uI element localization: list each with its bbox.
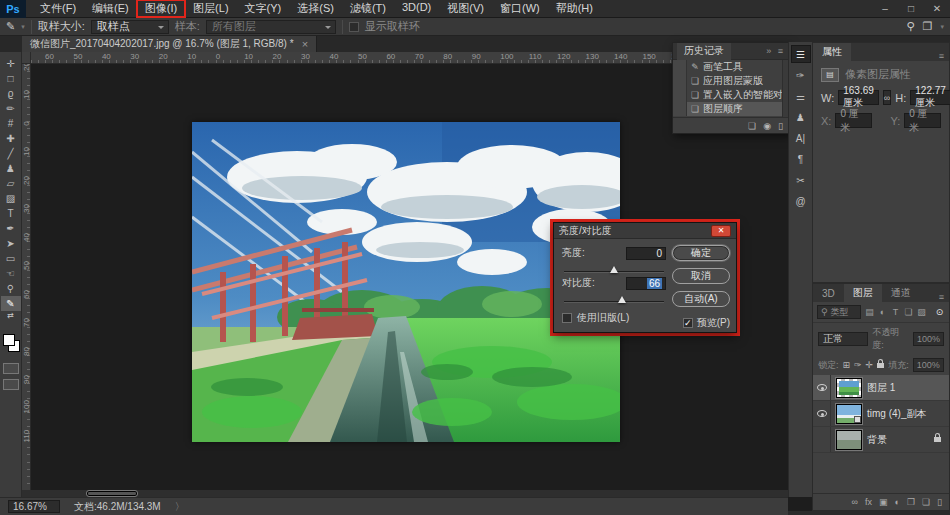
layer-thumbnail[interactable] bbox=[836, 430, 862, 450]
filter-kind-dropdown[interactable]: ⚲ 类型 bbox=[817, 305, 861, 319]
brightness-field[interactable]: 0 bbox=[626, 247, 666, 260]
history-state[interactable]: ❏置入嵌入的智能对象 bbox=[673, 88, 789, 102]
menu-item-E[interactable]: 编辑(E) bbox=[84, 0, 137, 17]
ok-button[interactable]: 确定 bbox=[672, 245, 730, 261]
delete-state-icon[interactable]: ▯ bbox=[778, 121, 783, 131]
marquee-tool[interactable]: □ bbox=[1, 71, 21, 86]
filter-shape-icon[interactable]: ❏ bbox=[903, 307, 914, 317]
collapse-panel-icon[interactable]: » bbox=[766, 46, 773, 56]
adjustments-panel-icon[interactable]: ⚌ bbox=[791, 87, 811, 105]
filter-adjustment-icon[interactable]: ◐ bbox=[877, 307, 888, 317]
filter-image-icon[interactable]: ▤ bbox=[864, 307, 875, 317]
visibility-toggle[interactable] bbox=[813, 401, 831, 426]
libraries-panel-icon[interactable]: @ bbox=[791, 192, 811, 210]
auto-button[interactable]: 自动(A) bbox=[672, 291, 730, 307]
delete-layer-icon[interactable]: ▯ bbox=[937, 497, 942, 507]
lock-position-icon[interactable]: ✛ bbox=[866, 360, 874, 370]
move-tool[interactable]: ✛ bbox=[1, 56, 21, 71]
menu-item-Y[interactable]: 文字(Y) bbox=[237, 0, 290, 17]
pen-tool[interactable]: ✒ bbox=[1, 221, 21, 236]
brush-tool[interactable]: ╱ bbox=[1, 146, 21, 161]
filter-toggle-icon[interactable]: ⊙ bbox=[934, 307, 945, 317]
quick-mask-button[interactable] bbox=[3, 363, 19, 374]
swap-colors-icon[interactable]: ⇄ bbox=[7, 311, 14, 320]
menu-item-T[interactable]: 滤镜(T) bbox=[342, 0, 394, 17]
filter-smart-object-icon[interactable]: ▨ bbox=[916, 307, 927, 317]
close-button[interactable]: ✕ bbox=[924, 0, 950, 17]
menu-item-H[interactable]: 帮助(H) bbox=[548, 0, 601, 17]
brightness-slider[interactable] bbox=[564, 262, 664, 272]
lock-all-icon[interactable] bbox=[877, 363, 884, 368]
hand-tool[interactable]: ☜ bbox=[1, 266, 21, 281]
visibility-toggle[interactable] bbox=[813, 427, 831, 452]
crop-tool[interactable]: # bbox=[1, 116, 21, 131]
tab-3D[interactable]: 3D bbox=[813, 284, 844, 302]
clone-stamp-tool[interactable]: ♟ bbox=[1, 161, 21, 176]
lasso-tool[interactable]: ϱ bbox=[1, 86, 21, 101]
layer-row[interactable]: 背景 bbox=[813, 427, 949, 453]
spot-healing-tool[interactable]: ✚ bbox=[1, 131, 21, 146]
sample-dropdown[interactable]: 所有图层 bbox=[206, 20, 336, 34]
dialog-title-bar[interactable]: 亮度/对比度 ✕ bbox=[554, 223, 736, 239]
menu-item-W[interactable]: 窗口(W) bbox=[492, 0, 548, 17]
menu-item-I[interactable]: 图像(I) bbox=[137, 0, 185, 17]
brightness-slider-thumb[interactable] bbox=[610, 266, 618, 273]
document-tab[interactable]: 微信图片_20170404202017.jpg @ 16.7% (图层 1, R… bbox=[22, 36, 317, 52]
layer-row[interactable]: 图层 1 bbox=[813, 375, 949, 401]
layer-style-icon[interactable]: fx bbox=[865, 497, 872, 507]
properties-panel-icon[interactable]: ☰ bbox=[791, 45, 811, 63]
history-source-checkbox[interactable] bbox=[673, 88, 687, 102]
link-dimensions-icon[interactable]: ∞ bbox=[883, 90, 891, 105]
path-selection-tool[interactable]: ➤ bbox=[1, 236, 21, 251]
preview-checkbox[interactable]: ✓ bbox=[683, 318, 693, 328]
new-snapshot-icon[interactable]: ◉ bbox=[763, 121, 771, 131]
fill-field[interactable]: 100% bbox=[913, 358, 944, 372]
opacity-field[interactable]: 100% bbox=[913, 332, 944, 346]
workspace-switcher-icon[interactable]: ❐ bbox=[923, 20, 933, 33]
status-expand-icon[interactable]: 〉 bbox=[175, 500, 185, 514]
x-field[interactable]: 0 厘米 bbox=[835, 113, 872, 128]
menu-item-L[interactable]: 图层(L) bbox=[185, 0, 236, 17]
workspace-arrow-icon[interactable]: ▾ bbox=[940, 23, 944, 31]
eraser-tool[interactable]: ▱ bbox=[1, 176, 21, 191]
type-tool[interactable]: T bbox=[1, 206, 21, 221]
tab-通道[interactable]: 通道 bbox=[882, 284, 920, 302]
history-source-checkbox[interactable] bbox=[673, 102, 687, 116]
paragraph-panel-icon[interactable]: ¶ bbox=[791, 150, 811, 168]
brush-settings-panel-icon[interactable]: ✑ bbox=[791, 66, 811, 84]
dialog-close-button[interactable]: ✕ bbox=[711, 225, 731, 237]
minimize-button[interactable]: – bbox=[872, 0, 898, 17]
clone-source-panel-icon[interactable]: ♟ bbox=[791, 108, 811, 126]
contrast-field[interactable]: 66 bbox=[626, 277, 666, 290]
panel-menu-icon[interactable]: ≡ bbox=[939, 292, 949, 302]
character-panel-icon[interactable]: A| bbox=[791, 129, 811, 147]
gradient-tool[interactable]: ▨ bbox=[1, 191, 21, 206]
eyedropper-tool-icon[interactable]: ✎ bbox=[6, 20, 15, 33]
quick-selection-tool[interactable]: ✏ bbox=[1, 101, 21, 116]
tool-preset-arrow-icon[interactable]: ▾ bbox=[21, 23, 25, 31]
menu-item-F[interactable]: 文件(F) bbox=[32, 0, 84, 17]
history-state[interactable]: ❏应用图层蒙版 bbox=[673, 74, 789, 88]
eyedropper-tool[interactable]: ✎ bbox=[1, 296, 21, 311]
cancel-button[interactable]: 取消 bbox=[672, 268, 730, 284]
horizontal-scrollbar[interactable] bbox=[22, 490, 788, 497]
new-document-from-state-icon[interactable]: ❏ bbox=[748, 121, 756, 131]
add-mask-icon[interactable]: ▣ bbox=[879, 497, 888, 507]
new-layer-icon[interactable]: ❏ bbox=[922, 497, 930, 507]
menu-item-V[interactable]: 视图(V) bbox=[439, 0, 492, 17]
layer-row[interactable]: timg (4)_副本 bbox=[813, 401, 949, 427]
menu-item-3DD[interactable]: 3D(D) bbox=[394, 0, 439, 17]
layer-thumbnail[interactable] bbox=[836, 378, 862, 398]
history-source-checkbox[interactable] bbox=[673, 60, 687, 74]
link-layers-icon[interactable]: ∞ bbox=[852, 497, 858, 507]
tab-properties[interactable]: 属性 bbox=[813, 43, 851, 61]
panel-menu-icon[interactable]: ≡ bbox=[939, 51, 949, 61]
menu-item-S[interactable]: 选择(S) bbox=[289, 0, 342, 17]
zoom-tool[interactable]: ⚲ bbox=[1, 281, 21, 296]
sample-size-dropdown[interactable]: 取样点 bbox=[91, 20, 169, 34]
contrast-slider-thumb[interactable] bbox=[618, 296, 626, 303]
history-source-checkbox[interactable] bbox=[673, 74, 687, 88]
foreground-color-swatch[interactable] bbox=[3, 334, 15, 346]
screen-mode-button[interactable] bbox=[3, 379, 19, 390]
visibility-toggle[interactable] bbox=[813, 375, 831, 400]
